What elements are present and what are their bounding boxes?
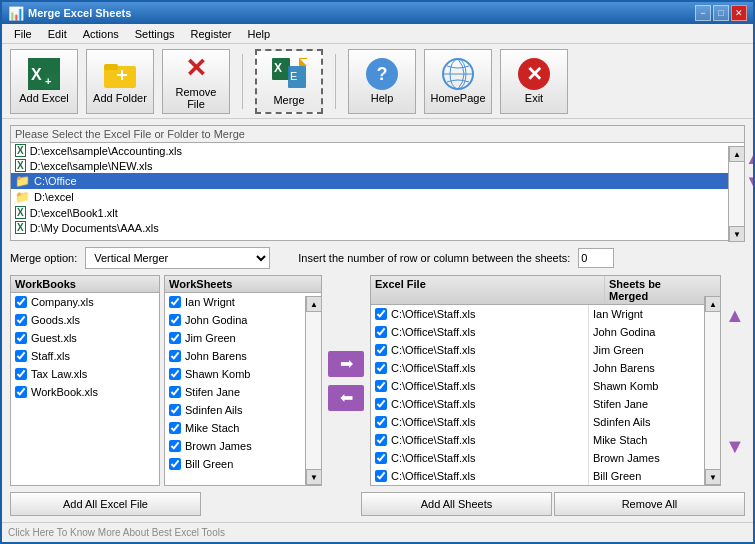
sheet-merged-item: Jim Green [589,341,704,359]
app-icon: 📊 [8,6,24,21]
excel-file-checkbox[interactable] [375,362,387,374]
workbook-item: Guest.xls [11,329,159,347]
add-folder-button[interactable]: Add Folder [86,49,154,114]
workbook-item: Tax Law.xls [11,365,159,383]
worksheet-checkbox[interactable] [169,296,181,308]
excel-file-item: C:\Office\Staff.xls [371,305,588,323]
worksheet-checkbox[interactable] [169,368,181,380]
remove-all-button[interactable]: Remove All [554,492,745,516]
xls-icon: X [15,221,26,234]
excel-file-list: C:\Office\Staff.xls C:\Office\Staff.xls … [371,305,589,485]
maximize-button[interactable]: □ [713,5,729,21]
worksheet-item: Ian Wrignt [165,293,305,311]
file-nav-arrows: ▲ ▼ [744,146,753,194]
excel-file-item: C:\Office\Staff.xls [371,377,588,395]
merge-button[interactable]: X E Merge [255,49,323,114]
remove-to-left-button[interactable]: ⬅ [328,385,364,411]
workbook-item: Staff.xls [11,347,159,365]
remove-file-button[interactable]: ✕ Remove File [162,49,230,114]
file-item[interactable]: 📁 C:\Office [11,173,728,189]
file-item[interactable]: X D:\excel\sample\Accounting.xls [11,143,728,158]
worksheet-checkbox[interactable] [169,422,181,434]
right-panel-headers: Excel File Sheets be Merged [371,276,720,305]
content-area: Please Select the Excel File or Folder t… [2,119,753,522]
add-all-excel-button[interactable]: Add All Excel File [10,492,201,516]
excel-file-checkbox[interactable] [375,380,387,392]
close-button[interactable]: ✕ [731,5,747,21]
help-button[interactable]: ? Help [348,49,416,114]
file-item[interactable]: 📁 D:\excel [11,189,728,205]
worksheet-item: John Godina [165,311,305,329]
excel-file-item: C:\Office\Staff.xls [371,359,588,377]
right-panel-scrollbar: ▲ ▼ [704,296,720,485]
homepage-icon [442,58,474,90]
title-bar: 📊 Merge Excel Sheets − □ ✕ [2,2,753,24]
homepage-button[interactable]: HomePage [424,49,492,114]
workbook-checkbox[interactable] [15,350,27,362]
status-bar: Click Here To Know More About Best Excel… [2,522,753,542]
menu-file[interactable]: File [6,27,40,41]
workbook-checkbox[interactable] [15,296,27,308]
merge-option-select[interactable]: Vertical Merger Horizontal Merger [85,247,270,269]
sheet-merged-item: John Barens [589,359,704,377]
workbooks-header: WorkBooks [11,276,159,293]
file-list-section: Please Select the Excel File or Folder t… [10,125,745,241]
ws-scroll-down[interactable]: ▼ [306,469,322,485]
file-item[interactable]: X D:\excel\sample\NEW.xls [11,158,728,173]
add-excel-button[interactable]: X + Add Excel [10,49,78,114]
worksheets-body: Ian Wrignt John Godina Jim Green John Ba… [165,293,305,485]
svg-text:X: X [274,61,282,75]
excel-file-checkbox[interactable] [375,398,387,410]
file-item[interactable]: X D:\My Documents\AAA.xls [11,220,728,235]
status-text: Click Here To Know More About Best Excel… [8,527,225,538]
exit-button[interactable]: ✕ Exit [500,49,568,114]
excel-file-checkbox[interactable] [375,326,387,338]
xls-icon: X [15,144,26,157]
excel-file-checkbox[interactable] [375,470,387,482]
scroll-down-button[interactable]: ▼ [729,226,745,242]
right-nav-up-button[interactable]: ▲ [725,305,745,325]
rp-scroll-down[interactable]: ▼ [705,469,721,485]
excel-file-item: C:\Office\Staff.xls [371,395,588,413]
excel-file-checkbox[interactable] [375,344,387,356]
worksheet-checkbox[interactable] [169,332,181,344]
worksheet-checkbox[interactable] [169,458,181,470]
menu-register[interactable]: Register [183,27,240,41]
merge-label: Merge [273,94,304,106]
file-nav-up-button[interactable]: ▲ [744,146,753,168]
file-nav-down-button[interactable]: ▼ [744,172,753,194]
excel-file-checkbox[interactable] [375,434,387,446]
ws-scroll-up[interactable]: ▲ [306,296,322,312]
sheet-merged-item: John Godina [589,323,704,341]
excel-file-checkbox[interactable] [375,416,387,428]
worksheet-item: Jim Green [165,329,305,347]
workbook-checkbox[interactable] [15,332,27,344]
scroll-up-button[interactable]: ▲ [729,146,745,162]
worksheet-checkbox[interactable] [169,314,181,326]
worksheet-checkbox[interactable] [169,350,181,362]
workbook-checkbox[interactable] [15,314,27,326]
add-all-sheets-button[interactable]: Add All Sheets [361,492,552,516]
exit-icon: ✕ [518,58,550,90]
sheet-merged-item: Sdinfen Ails [589,413,704,431]
insert-row-input[interactable] [578,248,614,268]
workbook-checkbox[interactable] [15,368,27,380]
menu-edit[interactable]: Edit [40,27,75,41]
add-to-right-button[interactable]: ➡ [328,351,364,377]
excel-file-checkbox[interactable] [375,308,387,320]
rp-scroll-up[interactable]: ▲ [705,296,721,312]
menu-help[interactable]: Help [240,27,279,41]
worksheet-checkbox[interactable] [169,386,181,398]
sheet-merged-item: Mike Stach [589,431,704,449]
menu-actions[interactable]: Actions [75,27,127,41]
workbook-checkbox[interactable] [15,386,27,398]
excel-file-item: C:\Office\Staff.xls [371,449,588,467]
excel-file-checkbox[interactable] [375,452,387,464]
file-item[interactable]: X D:\excel\Book1.xlt [11,205,728,220]
add-excel-icon: X + [28,58,60,90]
worksheet-checkbox[interactable] [169,440,181,452]
worksheet-checkbox[interactable] [169,404,181,416]
menu-settings[interactable]: Settings [127,27,183,41]
right-nav-down-button[interactable]: ▼ [725,436,745,456]
minimize-button[interactable]: − [695,5,711,21]
